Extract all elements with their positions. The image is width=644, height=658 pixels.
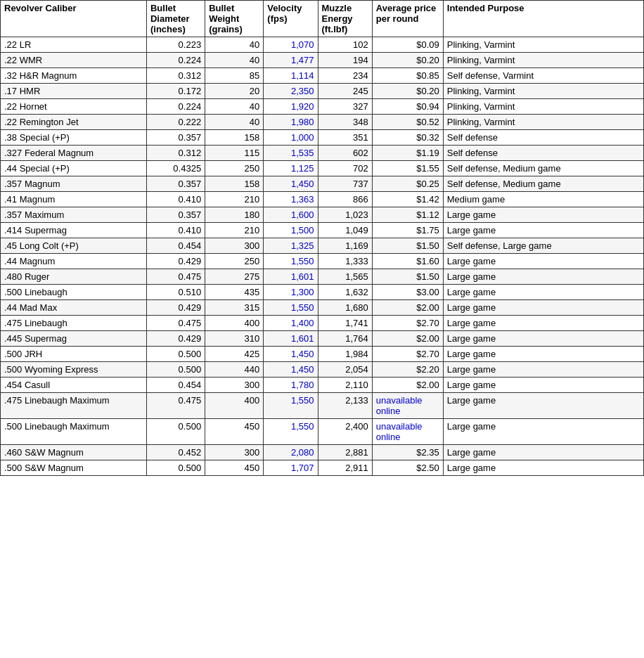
cell-velocity: 1,000 <box>264 130 318 146</box>
cell-price: $2.00 <box>372 331 443 347</box>
cell-purpose: Self defense, Medium game <box>443 161 643 176</box>
cell-diameter: 0.454 <box>146 378 205 393</box>
cell-purpose: Large game <box>443 300 643 316</box>
cell-energy: 1,632 <box>318 285 372 300</box>
cell-caliber: .22 WMR <box>1 53 147 68</box>
revolver-caliber-table: Revolver Caliber Bullet Diameter (inches… <box>0 0 644 476</box>
table-row: .22 Remington Jet 0.222 40 1,980 348 $0.… <box>1 115 644 130</box>
header-energy: Muzzle Energy (ft.lbf) <box>318 1 372 37</box>
cell-weight: 310 <box>205 331 264 347</box>
cell-weight: 300 <box>205 378 264 393</box>
cell-diameter: 0.429 <box>146 331 205 347</box>
cell-diameter: 0.454 <box>146 238 205 254</box>
cell-velocity: 2,350 <box>264 84 318 99</box>
cell-energy: 327 <box>318 99 372 115</box>
cell-weight: 275 <box>205 269 264 285</box>
cell-price: $1.19 <box>372 146 443 161</box>
cell-velocity: 1,325 <box>264 238 318 254</box>
cell-caliber: .45 Long Colt (+P) <box>1 238 147 254</box>
cell-diameter: 0.475 <box>146 393 205 419</box>
cell-velocity: 1,114 <box>264 68 318 84</box>
cell-purpose: Large game <box>443 460 643 476</box>
cell-velocity: 1,550 <box>264 254 318 269</box>
cell-price: $1.42 <box>372 192 443 207</box>
cell-price: $1.12 <box>372 207 443 223</box>
header-weight: Bullet Weight (grains) <box>205 1 264 37</box>
table-row: .500 JRH 0.500 425 1,450 1,984 $2.70 Lar… <box>1 347 644 362</box>
cell-diameter: 0.224 <box>146 99 205 115</box>
table-row: .44 Magnum 0.429 250 1,550 1,333 $1.60 L… <box>1 254 644 269</box>
cell-velocity: 1,707 <box>264 460 318 476</box>
table-row: .475 Linebaugh 0.475 400 1,400 1,741 $2.… <box>1 316 644 331</box>
cell-energy: 1,764 <box>318 331 372 347</box>
cell-price: $2.50 <box>372 460 443 476</box>
cell-diameter: 0.410 <box>146 223 205 238</box>
cell-energy: 102 <box>318 37 372 53</box>
cell-velocity: 1,300 <box>264 285 318 300</box>
cell-weight: 40 <box>205 37 264 53</box>
cell-diameter: 0.500 <box>146 362 205 378</box>
cell-purpose: Plinking, Varmint <box>443 53 643 68</box>
cell-weight: 85 <box>205 68 264 84</box>
cell-energy: 866 <box>318 192 372 207</box>
cell-velocity: 1,980 <box>264 115 318 130</box>
cell-weight: 300 <box>205 445 264 460</box>
cell-weight: 440 <box>205 362 264 378</box>
cell-price: $0.85 <box>372 68 443 84</box>
header-velocity: Velocity (fps) <box>264 1 318 37</box>
cell-diameter: 0.510 <box>146 285 205 300</box>
cell-weight: 315 <box>205 300 264 316</box>
cell-velocity: 1,550 <box>264 393 318 419</box>
header-diameter: Bullet Diameter (inches) <box>146 1 205 37</box>
table-row: .500 S&W Magnum 0.500 450 1,707 2,911 $2… <box>1 460 644 476</box>
cell-purpose: Plinking, Varmint <box>443 115 643 130</box>
cell-velocity: 1,450 <box>264 347 318 362</box>
cell-energy: 2,133 <box>318 393 372 419</box>
cell-energy: 1,169 <box>318 238 372 254</box>
cell-price: $0.52 <box>372 115 443 130</box>
cell-price: $1.50 <box>372 269 443 285</box>
cell-velocity: 1,477 <box>264 53 318 68</box>
cell-weight: 450 <box>205 419 264 445</box>
cell-purpose: Large game <box>443 269 643 285</box>
cell-velocity: 1,920 <box>264 99 318 115</box>
cell-caliber: .22 LR <box>1 37 147 53</box>
cell-diameter: 0.357 <box>146 207 205 223</box>
cell-caliber: .500 Wyoming Express <box>1 362 147 378</box>
cell-diameter: 0.222 <box>146 115 205 130</box>
cell-purpose: Large game <box>443 223 643 238</box>
cell-diameter: 0.312 <box>146 146 205 161</box>
cell-caliber: .357 Magnum <box>1 176 147 192</box>
cell-caliber: .445 Supermag <box>1 331 147 347</box>
cell-purpose: Self defense, Medium game <box>443 176 643 192</box>
cell-energy: 1,984 <box>318 347 372 362</box>
cell-caliber: .454 Casull <box>1 378 147 393</box>
table-row: .454 Casull 0.454 300 1,780 2,110 $2.00 … <box>1 378 644 393</box>
cell-price: $0.09 <box>372 37 443 53</box>
header-caliber: Revolver Caliber <box>1 1 147 37</box>
cell-energy: 194 <box>318 53 372 68</box>
cell-weight: 115 <box>205 146 264 161</box>
cell-diameter: 0.500 <box>146 347 205 362</box>
cell-caliber: .17 HMR <box>1 84 147 99</box>
cell-energy: 737 <box>318 176 372 192</box>
cell-diameter: 0.172 <box>146 84 205 99</box>
table-row: .500 Linebaugh Maximum 0.500 450 1,550 2… <box>1 419 644 445</box>
cell-diameter: 0.452 <box>146 445 205 460</box>
table-row: .45 Long Colt (+P) 0.454 300 1,325 1,169… <box>1 238 644 254</box>
cell-price: unavailable online <box>372 419 443 445</box>
cell-caliber: .44 Mad Max <box>1 300 147 316</box>
table-row: .460 S&W Magnum 0.452 300 2,080 2,881 $2… <box>1 445 644 460</box>
cell-diameter: 0.475 <box>146 316 205 331</box>
cell-caliber: .357 Maximum <box>1 207 147 223</box>
cell-caliber: .414 Supermag <box>1 223 147 238</box>
cell-velocity: 1,500 <box>264 223 318 238</box>
cell-diameter: 0.312 <box>146 68 205 84</box>
cell-caliber: .38 Special (+P) <box>1 130 147 146</box>
cell-price: $1.60 <box>372 254 443 269</box>
cell-price: $1.75 <box>372 223 443 238</box>
table-row: .357 Magnum 0.357 158 1,450 737 $0.25 Se… <box>1 176 644 192</box>
cell-purpose: Medium game <box>443 192 643 207</box>
cell-energy: 1,741 <box>318 316 372 331</box>
cell-diameter: 0.410 <box>146 192 205 207</box>
